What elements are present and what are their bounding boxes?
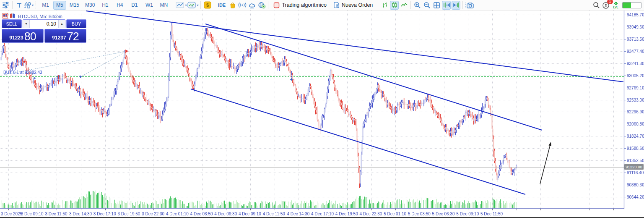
- crosshair-icon[interactable]: [15, 1, 23, 10]
- price-axis-label: 90880.30: [627, 183, 644, 187]
- time-axis-label: 3 Dec 14:30: [69, 212, 92, 216]
- timeframe-button-m1[interactable]: M1: [39, 1, 52, 10]
- new-order-button-label: Nueva Orden: [342, 2, 373, 8]
- timeframe-button-m5[interactable]: M5: [53, 1, 66, 10]
- ide-icon[interactable]: IDE: [216, 1, 227, 10]
- time-axis-label: 5 Dec 06:30: [432, 212, 455, 216]
- time-axis-label: 5 Dec 01:10: [384, 212, 406, 216]
- toolbar-separator: [410, 1, 411, 9]
- trade-entry-annotation: BUY 0.1 at 92982.43: [3, 70, 42, 75]
- search-icon[interactable]: [592, 1, 601, 10]
- shift-end-icon[interactable]: [442, 1, 451, 10]
- chevron-down-icon[interactable]: ▾: [32, 3, 34, 7]
- price-axis-label: 93713.50: [627, 37, 644, 42]
- toolbar-separator: [378, 1, 378, 9]
- line-chart-icon[interactable]: [400, 1, 408, 10]
- toolbar-separator: [173, 1, 174, 9]
- price-axis-label: 92769.10: [627, 86, 644, 90]
- price-axis-label: 90644.20: [627, 195, 644, 199]
- indicator-gauge-icon[interactable]: ▾: [187, 1, 198, 10]
- buy-price-small: 91237: [52, 35, 66, 41]
- price-axis-label: 92060.80: [627, 122, 644, 126]
- algo-trading-button[interactable]: Trading algorítmico: [270, 1, 330, 10]
- connection-progress-bar: [622, 2, 641, 8]
- chart-line-style-icon[interactable]: ▾: [176, 1, 187, 10]
- buy-price-display[interactable]: 91237 72: [44, 29, 86, 43]
- sell-price-display[interactable]: 91223 80: [2, 29, 44, 43]
- svg-text:IDE: IDE: [218, 3, 226, 8]
- sell-price-small: 91223: [9, 35, 23, 41]
- time-axis-label: 3 Dec 11:50: [45, 212, 67, 216]
- symbol-title: BTCUSD, M5: Bitcoin: [18, 14, 62, 19]
- toolbar-separator: [36, 1, 36, 9]
- sliders-icon[interactable]: [1, 1, 10, 10]
- current-price-badge: 91223.80: [624, 164, 644, 170]
- toolbar-separator: [200, 1, 201, 9]
- time-axis-label: 5 Dec 11:50: [480, 212, 503, 216]
- price-axis-label: 91824.70: [627, 134, 644, 139]
- time-axis-label: 5 Dec 03:50: [408, 212, 431, 216]
- time-axis-label: 4 Dec 09:10: [239, 212, 261, 216]
- volume-up-button[interactable]: ▲: [58, 20, 65, 28]
- toolbar-separator: [12, 1, 13, 9]
- price-axis-label: 94185.70: [627, 13, 644, 17]
- lvl-label: LVL: [613, 6, 618, 9]
- price-axis-label: 91116.40: [627, 170, 644, 175]
- signals-icon[interactable]: [238, 1, 247, 10]
- volume-down-button[interactable]: ▼: [23, 20, 30, 28]
- price-axis-label: 91588.60: [627, 146, 644, 151]
- volume-input[interactable]: [30, 20, 58, 28]
- price-chart-canvas[interactable]: [0, 0, 644, 220]
- shapes-icon[interactable]: ▾: [24, 1, 34, 10]
- dollar-icon[interactable]: $: [203, 1, 212, 10]
- window-bottom-edge: [0, 217, 644, 218]
- chevron-down-icon[interactable]: ▾: [185, 3, 187, 7]
- chevron-down-icon[interactable]: ▾: [197, 3, 198, 7]
- cloud-icon[interactable]: [247, 1, 256, 10]
- algo-trading-button-label: Trading algorítmico: [282, 2, 327, 8]
- price-axis-label: 92296.90: [627, 110, 644, 114]
- time-axis-label: 4 Dec 14:30: [287, 212, 309, 216]
- community-icon[interactable]: [257, 1, 266, 10]
- time-axis-label: 4 Dec 22:30: [360, 212, 382, 216]
- time-axis-label: 4 Dec 19:50: [335, 212, 358, 216]
- time-axis-label: 4 Dec 01:10: [166, 212, 189, 216]
- lvl-icon[interactable]: LVL: [611, 1, 620, 10]
- time-axis-label: 3 Dec 09:10: [21, 212, 44, 216]
- price-axis-label: 93241.30: [627, 61, 644, 66]
- timeframe-button-mn[interactable]: MN: [157, 1, 171, 10]
- price-axis-label: 92533.00: [627, 98, 644, 102]
- toolbar-separator: [462, 1, 463, 9]
- algo-stop-icon: [273, 2, 280, 8]
- timeframe-button-d1[interactable]: D1: [127, 1, 141, 10]
- sell-price-big: 80: [24, 30, 36, 43]
- timeframe-button-h1[interactable]: H1: [98, 1, 112, 10]
- market-bag-icon[interactable]: [228, 1, 237, 10]
- price-axis-label: 93005.20: [627, 73, 644, 78]
- new-order-button[interactable]: Nueva Orden: [330, 1, 376, 10]
- main-toolbar: ▾M1M5M15M30H1H4D1W1MN▾▾$IDETrading algor…: [0, 0, 644, 10]
- auto-scroll-icon[interactable]: [452, 1, 460, 10]
- timeframe-button-h4[interactable]: H4: [113, 1, 127, 10]
- bars-chart-icon[interactable]: [380, 1, 389, 10]
- time-axis-label: 4 Dec 03:50: [190, 212, 213, 216]
- buy-price-big: 72: [67, 30, 79, 43]
- time-axis-label: 4 Dec 17:10: [311, 212, 334, 216]
- mt5-trading-window: ▾M1M5M15M30H1H4D1W1MN▾▾$IDETrading algor…: [0, 0, 644, 220]
- buy-button[interactable]: BUY: [66, 19, 86, 28]
- zoom-in-icon[interactable]: [413, 1, 422, 10]
- screenshot-icon[interactable]: [465, 1, 474, 10]
- user-notification-icon[interactable]: 1: [602, 1, 610, 10]
- time-axis-label: 5 Dec 09:10: [456, 212, 479, 216]
- grid-icon[interactable]: [432, 1, 441, 10]
- timeframe-button-m30[interactable]: M30: [83, 1, 97, 10]
- timeframe-button-m15[interactable]: M15: [67, 1, 82, 10]
- time-axis-label: 3 Dec 19:50: [118, 212, 140, 216]
- timeframe-button-w1[interactable]: W1: [142, 1, 156, 10]
- sell-button[interactable]: SELL: [2, 19, 22, 28]
- time-axis-label: 3 Dec 22:30: [142, 212, 164, 216]
- time-axis-label: 3 Dec 2025: [1, 212, 22, 216]
- zoom-out-icon[interactable]: [423, 1, 431, 10]
- candles-chart-icon[interactable]: [390, 1, 399, 10]
- new-order-icon: [333, 2, 340, 8]
